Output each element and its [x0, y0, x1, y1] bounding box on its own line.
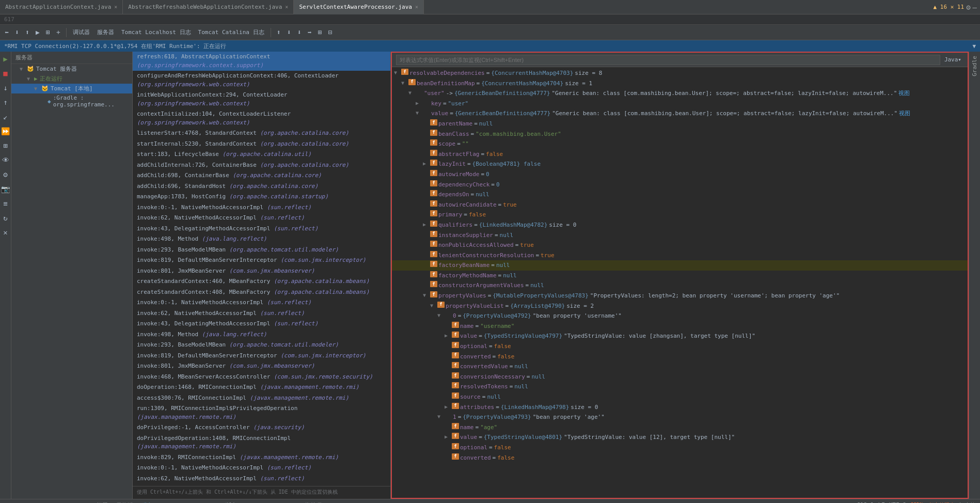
var-more[interactable]: 视图 — [898, 89, 910, 98]
var-item[interactable]: ▼fpropertyValueList={ArrayList@4790} siz… — [392, 301, 968, 311]
var-item[interactable]: ▶fattributes={LinkedHashMap@4798} size =… — [392, 402, 968, 413]
stack-item-31[interactable]: doPrivileged:-1, AccessController (java.… — [133, 422, 390, 433]
var-more[interactable]: 视图 — [899, 109, 910, 118]
stack-item-2[interactable]: initWebApplicationContext:294, ContextLo… — [133, 90, 390, 109]
stack-item-7[interactable]: addChildInternal:726, ContainerBase (org… — [133, 160, 390, 171]
stack-item-5[interactable]: startInternal:5230, StandardContext (org… — [133, 139, 390, 150]
stack-item-35[interactable]: invoke:62, NativeMethodAccessorImpl (sun… — [133, 474, 390, 484]
stack-item-3[interactable]: contextInitialized:104, ContextLoaderLis… — [133, 109, 390, 128]
tab-close[interactable]: × — [114, 4, 117, 10]
stack-item-14[interactable]: invoke:498, Method (java.lang.reflect) — [133, 234, 390, 245]
filter-icon2[interactable]: ▼ — [972, 43, 976, 50]
var-item[interactable]: fdependsOn=null — [392, 190, 968, 200]
var-item[interactable]: ▼fbeanDefinitionMap={ConcurrentHashMap@4… — [392, 78, 968, 89]
side-step2[interactable]: ↑ — [1, 97, 11, 107]
tomcat-catalina-btn[interactable]: Tomcat Catalina 日志 — [195, 27, 267, 37]
step-into-icon[interactable]: ⬇ — [12, 28, 22, 37]
stack-item-32[interactable]: doPrivilegedOperation:1408, RMIConnectio… — [133, 433, 390, 452]
stack-item-26[interactable]: invoke:801, JmxMBeanServer (com.sun.jmx.… — [133, 361, 390, 372]
side-watch[interactable]: 👁 — [1, 155, 11, 165]
stack-item-27[interactable]: invoke:468, MBeanServerAccessController … — [133, 372, 390, 383]
var-item[interactable]: ▼"user"->{GenericBeanDefinition@4777} "G… — [392, 88, 968, 99]
side-stack[interactable]: ≡ — [1, 198, 11, 209]
tab-servlet-context[interactable]: ServletContextAwareProcessor.java × — [294, 0, 424, 14]
stack-item-9[interactable]: addChild:696, StandardHost (org.apache.c… — [133, 181, 390, 192]
tree-running[interactable]: ▼ ▶ 正在运行 — [11, 74, 132, 84]
tree-tomcat-local[interactable]: ▼ 🐱 Tomcat [本地] — [11, 84, 132, 93]
stack-item-23[interactable]: invoke:498, Method (java.lang.reflect) — [133, 329, 390, 340]
side-calc[interactable]: ⊞ — [1, 140, 11, 151]
grid-icon[interactable]: ⊞ — [315, 28, 325, 37]
stack-item-33[interactable]: invoke:829, RMIConnectionImpl (javax.man… — [133, 452, 390, 463]
stack-item-12[interactable]: invoke:62, NativeMethodAccessorImpl (sun… — [133, 213, 390, 224]
stack-item-16[interactable]: invoke:819, DefaultMBeanServerIntercepto… — [133, 255, 390, 266]
var-item[interactable]: fconstructorArgumentValues=null — [392, 280, 968, 291]
vtab-gradle[interactable]: Gradle — [970, 52, 979, 81]
stack-item-8[interactable]: addChild:698, ContainerBase (org.apache.… — [133, 170, 390, 181]
var-item[interactable]: flenientConstructorResolution=true — [392, 250, 968, 261]
var-item[interactable]: fdependencyCheck=0 — [392, 180, 968, 190]
tree-tomcat-server[interactable]: ▼ 🐱 Tomcat 服务器 — [11, 64, 132, 74]
var-item[interactable]: fname="age" — [392, 422, 968, 433]
stack-item-34[interactable]: invoke:0:-1, NativeMethodAccessorImpl (s… — [133, 463, 390, 474]
var-item[interactable]: fsource=null — [392, 392, 968, 402]
var-item[interactable]: fbeanClass="com.mashibing.bean.User" — [392, 129, 968, 139]
stack-item-30[interactable]: run:1309, RMIConnectionImpl$PrivilegedOp… — [133, 403, 390, 422]
side-step[interactable]: ↓ — [1, 83, 11, 93]
debugger-btn[interactable]: 调试器 — [70, 27, 93, 37]
stack-item-4[interactable]: listenerStart:4768, StandardContext (org… — [133, 128, 390, 139]
var-item[interactable]: ▼0={PropertyValue@4792} "bean property '… — [392, 311, 968, 321]
tab-close[interactable]: × — [415, 4, 418, 10]
stack-item-28[interactable]: doOperation:1468, RMIConnectionImpl (jav… — [133, 382, 390, 393]
stack-item-1[interactable]: configureAndRefreshWebApplicationContext… — [133, 71, 390, 90]
arrow-down2[interactable]: ⬇ — [295, 28, 304, 37]
var-item[interactable]: fautowireCandidate=true — [392, 200, 968, 210]
filter-icon[interactable]: ⊞ — [43, 28, 53, 37]
var-item[interactable]: ▶fvalue={TypedStringValue@4801} "TypedSt… — [392, 432, 968, 443]
upload-icon[interactable]: ⬆ — [274, 28, 283, 37]
tab-abstract-refresh[interactable]: AbstractRefreshableWebApplicationContext… — [123, 0, 294, 14]
var-item[interactable]: ▶flazyInit={Boolean@4781} false — [392, 159, 968, 169]
side-run[interactable]: ⏩ — [1, 126, 11, 136]
var-item[interactable]: fprimary=false — [392, 210, 968, 220]
var-item[interactable]: ▼fpropertyValues={MutablePropertyValues@… — [392, 291, 968, 301]
step-out-icon[interactable]: ⬆ — [23, 28, 32, 37]
expr-input[interactable] — [396, 55, 940, 65]
side-delete[interactable]: ✕ — [1, 227, 11, 238]
var-item[interactable]: fresolvedTokens=null — [392, 382, 968, 392]
stack-item-18[interactable]: createStandardContext:460, MBeanFactory … — [133, 276, 390, 287]
side-stop[interactable]: ■ — [1, 68, 11, 78]
arrow-right[interactable]: ➡ — [305, 28, 314, 37]
tab-abstract-app[interactable]: AbstractApplicationContext.java × — [0, 0, 123, 14]
stack-item-20[interactable]: invoke:0:-1, NativeMethodAccessorImpl (s… — [133, 297, 390, 308]
var-item[interactable]: ▼fresolvableDependencies={ConcurrentHash… — [392, 68, 968, 78]
stack-item-29[interactable]: access$300:76, RMIConnectionImpl (javax.… — [133, 393, 390, 404]
stack-item-24[interactable]: invoke:293, BaseModelMBean (org.apache.t… — [133, 340, 390, 351]
step-over-icon[interactable]: ⬅ — [2, 28, 11, 37]
plus-icon[interactable]: + — [54, 28, 63, 37]
var-item[interactable]: ffactoryMethodName=null — [392, 271, 968, 281]
stack-item-22[interactable]: invoke:43, DelegatingMethodAccessorImpl … — [133, 319, 390, 329]
var-item[interactable]: ▼1={PropertyValue@4793} "bean property '… — [392, 412, 968, 422]
tree-gradle[interactable]: ◆ :Gradle : org.springframe... — [11, 93, 132, 109]
var-item[interactable]: ▶fvalue={TypedStringValue@4797} "TypedSt… — [392, 331, 968, 341]
server-btn[interactable]: 服务器 — [94, 27, 117, 37]
stack-item-10[interactable]: manageApp:1783, HostConfig (org.apache.c… — [133, 192, 390, 202]
var-item[interactable]: fautowireMode=0 — [392, 169, 968, 180]
stack-item-21[interactable]: invoke:62, NativeMethodAccessorImpl (sun… — [133, 308, 390, 319]
stack-item-15[interactable]: invoke:293, BaseModelMBean (org.apache.t… — [133, 245, 390, 256]
stack-item-17[interactable]: invoke:801, JmxMBeanServer (com.sun.jmx.… — [133, 266, 390, 277]
var-item[interactable]: ▼value={GenericBeanDefinition@4777} "Gen… — [392, 108, 968, 119]
stack-item-0[interactable]: refresh:618, AbstractApplicationContext … — [133, 52, 390, 71]
side-step3[interactable]: ↙ — [1, 112, 11, 122]
var-item[interactable]: fconversionNecessary=null — [392, 372, 968, 382]
var-item[interactable]: fname="username" — [392, 321, 968, 332]
var-item[interactable]: fabstractFlag=false — [392, 149, 968, 160]
side-camera[interactable]: 📷 — [1, 184, 11, 194]
tab-close[interactable]: × — [285, 4, 288, 10]
var-item[interactable]: fnonPublicAccessAllowed=true — [392, 240, 968, 250]
stack-item-6[interactable]: start:183, LifecycleBase (org.apache.cat… — [133, 149, 390, 160]
tomcat-localhost-btn[interactable]: Tomcat Localhost 日志 — [118, 27, 194, 37]
settings-icon[interactable]: ⚙ — [966, 3, 970, 11]
var-item[interactable]: fscope="" — [392, 139, 968, 149]
